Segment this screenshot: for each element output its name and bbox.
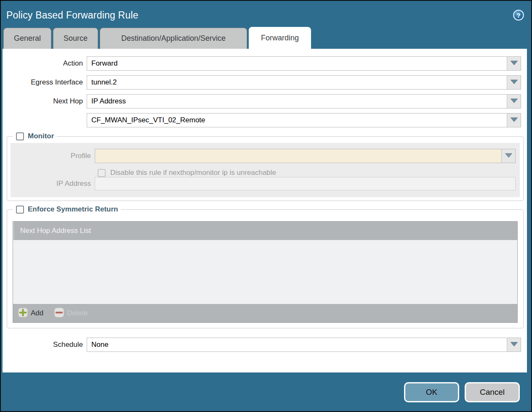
add-button[interactable]: Add [18,308,43,319]
egress-interface-row: Egress Interface tunnel.2 [3,75,521,90]
action-dropdown[interactable]: Forward [87,56,521,71]
enforce-symmetric-return-legend-label: Enforce Symmetric Return [28,205,118,214]
next-hop-row: Next Hop IP Address [3,94,521,108]
action-row: Action Forward [3,56,521,71]
add-button-label: Add [31,309,43,317]
disable-rule-checkbox [98,169,106,177]
delete-button-label: Delete [67,309,88,317]
next-hop-address-list-toolbar: Add Delete [13,304,517,322]
next-hop-dropdown-button[interactable] [507,95,521,108]
disable-rule-row: Disable this rule if nexthop/monitor ip … [98,169,520,177]
schedule-label: Schedule [3,341,87,349]
disable-rule-label: Disable this rule if nexthop/monitor ip … [110,169,276,177]
profile-dropdown [95,149,516,163]
monitor-ip-address-field [95,177,516,190]
schedule-dropdown-button[interactable] [507,338,521,351]
chevron-down-icon [510,79,518,86]
next-hop-address-list-body[interactable] [13,240,517,304]
chevron-down-icon [510,341,518,349]
next-hop-address-row: CF_MWAN_IPsec_VTI_02_Remote [3,113,521,127]
next-hop-address-value: CF_MWAN_IPsec_VTI_02_Remote [87,114,507,127]
tab-source[interactable]: Source [53,28,98,49]
profile-dropdown-button [501,149,515,163]
schedule-row: Schedule None [3,338,521,352]
enforce-symmetric-return-section: Enforce Symmetric Return Next Hop Addres… [7,205,524,328]
tab-bar: General Source Destination/Application/S… [3,27,531,49]
chevron-down-icon [510,116,518,124]
egress-interface-value: tunnel.2 [87,76,507,89]
dialog-titlebar: Policy Based Forwarding Rule ? [1,1,531,27]
profile-value [95,149,501,163]
cancel-button[interactable]: Cancel [465,382,520,402]
next-hop-address-dropdown[interactable]: CF_MWAN_IPsec_VTI_02_Remote [87,113,521,127]
chevron-down-icon [505,152,513,160]
delete-button: Delete [54,308,88,319]
egress-interface-label: Egress Interface [3,78,87,87]
chevron-down-icon [510,60,518,67]
action-dropdown-button[interactable] [507,57,521,70]
monitor-legend: Monitor [13,132,57,140]
dialog-title: Policy Based Forwarding Rule [6,10,138,21]
schedule-dropdown[interactable]: None [87,338,521,352]
egress-interface-dropdown[interactable]: tunnel.2 [87,75,521,90]
chevron-down-icon [510,98,518,105]
ok-button[interactable]: OK [404,382,459,402]
tab-destination-application-service[interactable]: Destination/Application/Service [100,28,247,49]
dialog-footer: OK Cancel [1,373,531,411]
schedule-value: None [87,338,507,351]
action-label: Action [3,59,87,68]
minus-icon [54,308,64,319]
monitor-section-body: Profile Disable this rule if nexthop/mon… [11,143,520,197]
tab-general[interactable]: General [3,28,51,49]
help-icon[interactable]: ? [513,9,524,21]
egress-interface-dropdown-button[interactable] [507,76,521,89]
next-hop-label: Next Hop [3,97,87,106]
tab-forwarding[interactable]: Forwarding [249,27,311,49]
next-hop-dropdown[interactable]: IP Address [87,94,521,108]
action-value: Forward [87,57,507,70]
monitor-legend-label: Monitor [28,132,54,140]
monitor-checkbox[interactable] [16,132,24,140]
profile-row: Profile [11,149,516,163]
monitor-ip-address-label: IP Address [11,180,95,188]
enforce-symmetric-return-checkbox[interactable] [16,206,24,214]
next-hop-value: IP Address [87,95,507,108]
svg-text:?: ? [516,12,520,19]
enforce-symmetric-return-legend: Enforce Symmetric Return [13,205,121,214]
next-hop-address-dropdown-button[interactable] [507,114,521,127]
next-hop-address-list-table: Next Hop Address List Add [13,221,518,323]
plus-icon [18,308,28,319]
monitor-section: Monitor Profile Di [7,132,524,201]
monitor-ip-address-row: IP Address [11,177,516,190]
next-hop-address-list-header: Next Hop Address List [13,222,517,240]
forwarding-tab-panel: Action Forward Egress Interface tunnel.2 [3,49,527,372]
policy-based-forwarding-rule-dialog: Policy Based Forwarding Rule ? General S… [0,0,532,412]
profile-label: Profile [11,152,95,160]
